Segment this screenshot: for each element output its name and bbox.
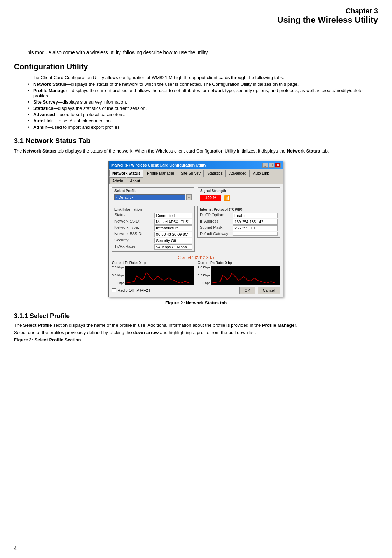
figure-3-bold: Figure 3: Select Profile Section <box>14 337 81 342</box>
tx-graph-wrapper: 7.5 Kbps 3.8 Kbps 0 bps <box>112 266 194 285</box>
tab-admin[interactable]: Admin <box>109 177 126 184</box>
figure-caption: Figure 2 :Network Status tab <box>165 300 227 305</box>
close-button[interactable]: ✕ <box>275 163 281 168</box>
signal-bar-container: 100 % 📶 <box>200 194 278 201</box>
ssid-value: MarvellAP5X_CLS1 <box>154 219 192 225</box>
ip-value: 169.254.185.142 <box>233 219 278 225</box>
channel-info: Channel 1 (2.412 GHz) <box>112 256 280 260</box>
gateway-value <box>233 232 278 236</box>
window-content: Select Profile <Default> ▼ Signal Streng… <box>109 184 283 297</box>
rx-graph-container <box>211 266 280 285</box>
term-autolink: AutoLink <box>33 118 53 123</box>
rx-y-mid: 3.5 Kbps <box>198 274 210 277</box>
section-311-desc1: The Select Profile section displays the … <box>14 323 378 328</box>
internet-grid: DHCP Option: Enable IP Address 169.254.1… <box>200 213 278 236</box>
page-number: 4 <box>14 545 17 551</box>
svg-text:📶: 📶 <box>223 195 230 201</box>
bullet-site-survey: Site Survey—displays site survey informa… <box>28 99 378 105</box>
figure-container: Marvell(R) Wireless Client Card Configur… <box>14 161 378 305</box>
figure-3-label: Figure 3: Select Profile Section <box>14 337 378 342</box>
maximize-button[interactable]: □ <box>269 163 274 168</box>
status-value: Connected <box>154 213 192 218</box>
dhcp-value: Enable <box>233 213 278 218</box>
tx-rate-graph: Current Tx Rate: 0 bps 7.5 Kbps 3.8 Kbps… <box>112 261 194 285</box>
subnet-value: 255.255.0.0 <box>233 225 278 231</box>
internet-section: Internet Protocol (TCP/IP) DHCP Option: … <box>197 206 280 238</box>
internet-label: Internet Protocol (TCP/IP) <box>200 207 278 211</box>
desc-advanced: —used to set protocol parameters. <box>55 112 125 117</box>
type-label: Network Type: <box>114 225 153 231</box>
intro-text: This module also come with a wireless ut… <box>24 50 378 55</box>
txrx-label: Tx/Rx Rates: <box>114 244 153 250</box>
desc-autolink: —to set AutoLink connection <box>53 118 111 123</box>
bullet-statistics: Statistics—displays the statistics of th… <box>28 106 378 111</box>
tx-y-mid: 3.8 Kbps <box>112 274 125 277</box>
section-311-desc2: Select one of the profiles previously de… <box>14 330 378 335</box>
rx-y-labels: 7.0 Kbps 3.5 Kbps 0 bps <box>198 266 210 285</box>
tx-rate-label: Current Tx Rate: 0 bps <box>112 261 194 265</box>
term-site-survey: Site Survey <box>33 99 58 105</box>
bullet-autolink: AutoLink—to set AutoLink connection <box>28 118 378 123</box>
config-utility-title: Configuration Utility <box>14 62 378 71</box>
section-31-title: 3.1 Network Status Tab <box>14 137 378 145</box>
tab-about[interactable]: About <box>127 177 143 184</box>
tab-site-survey[interactable]: Site Survey <box>178 170 204 177</box>
select-profile-section: Select Profile <Default> ▼ <box>112 187 194 203</box>
config-utility-desc: The Client Card Configuration Utility al… <box>31 75 378 80</box>
bold-select-profile: Select Profile <box>23 323 52 328</box>
select-profile-label: Select Profile <box>114 189 192 193</box>
bullet-profile-manager: Profile Manager—displays the current pro… <box>28 88 378 98</box>
tab-advanced[interactable]: Advanced <box>226 170 250 177</box>
gateway-label: Default Gateway: <box>200 232 231 236</box>
bold-network-status-1: Network Status <box>23 148 56 154</box>
rx-graph-wrapper: 7.0 Kbps 3.5 Kbps 0 bps <box>198 266 280 285</box>
security-label: Security: <box>114 238 153 243</box>
utility-window: Marvell(R) Wireless Client Card Configur… <box>108 161 284 297</box>
dropdown-arrow-icon[interactable]: ▼ <box>186 194 192 200</box>
dhcp-label: DHCP Option: <box>200 213 231 218</box>
bottom-bar: Radio Off [ Alt+F2 ] OK Cancel <box>112 287 280 294</box>
tx-y-labels: 7.5 Kbps 3.8 Kbps 0 bps <box>112 266 125 285</box>
ok-button[interactable]: OK <box>239 287 255 294</box>
tx-y-top: 7.5 Kbps <box>112 266 125 269</box>
desc-statistics: —displays the statistics of the current … <box>54 106 147 111</box>
txrx-value: 54 Mbps / 1 Mbps <box>154 244 192 250</box>
minimize-button[interactable]: _ <box>262 163 268 168</box>
link-info-label: Link Information <box>114 207 192 211</box>
desc-site-survey: —displays site survey information. <box>58 99 127 105</box>
signal-bar: 100 % <box>200 195 221 201</box>
type-value: Infrastructure <box>154 225 192 231</box>
tab-network-status[interactable]: Network Status <box>109 170 144 177</box>
section-311-title: 3.1.1 Select Profile <box>14 312 378 320</box>
ip-label: IP Address <box>200 219 231 225</box>
ssid-label: Network SSID: <box>114 219 153 225</box>
link-info-grid: Status: Connected Network SSID: MarvellA… <box>114 213 192 250</box>
bullet-admin: Admin—used to import and export profiles… <box>28 125 378 130</box>
desc-admin: —used to import and export profiles. <box>47 125 121 130</box>
signal-strength-box: Signal Strength 100 % 📶 <box>198 187 280 203</box>
tab-auto-link[interactable]: Auto Link <box>250 170 272 177</box>
bullet-network-status: Network Status—displays the status of th… <box>28 82 378 87</box>
signal-antenna-icon: 📶 <box>223 194 234 201</box>
bold-down-arrow: down arrow <box>133 330 159 335</box>
profile-dropdown[interactable]: <Default> ▼ <box>114 194 192 200</box>
term-advanced: Advanced <box>33 112 55 117</box>
bssid-label: Network BSSID: <box>114 232 153 237</box>
radio-off-checkbox[interactable] <box>112 288 116 292</box>
select-profile-box: Select Profile <Default> ▼ <box>112 187 194 202</box>
cancel-button[interactable]: Cancel <box>258 287 280 294</box>
rates-section: Current Tx Rate: 0 bps 7.5 Kbps 3.8 Kbps… <box>112 261 280 285</box>
bold-profile-manager: Profile Manager <box>262 323 296 328</box>
radio-off-control[interactable]: Radio Off [ Alt+F2 ] <box>112 288 150 292</box>
tab-statistics[interactable]: Statistics <box>204 170 226 177</box>
subnet-label: Subnet Mask: <box>200 225 231 231</box>
rx-y-bot: 0 bps <box>198 281 210 285</box>
profile-select-value[interactable]: <Default> <box>114 194 186 200</box>
header-divider <box>14 39 378 39</box>
rx-rate-label: Current Rx Rate: 0 bps <box>198 261 280 265</box>
security-value: Security Off <box>154 238 192 243</box>
title-bar-buttons[interactable]: _ □ ✕ <box>262 163 281 168</box>
title-bar: Marvell(R) Wireless Client Card Configur… <box>109 161 283 169</box>
section-31-desc: The Network Status tab displays the stat… <box>14 148 378 154</box>
tab-profile-manager[interactable]: Profile Manager <box>144 170 177 177</box>
